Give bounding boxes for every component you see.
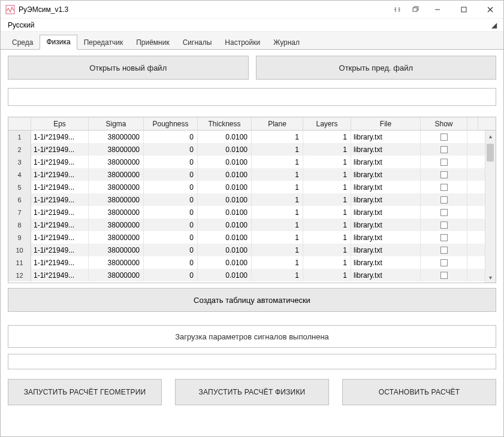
cell-eps[interactable]: 1-1i*21949...	[31, 156, 89, 168]
open-prev-file-button[interactable]: Открыть пред. файл	[256, 56, 497, 80]
run-geometry-button[interactable]: ЗАПУСТИТЬ РАСЧЁТ ГЕОМЕТРИИ	[8, 379, 162, 405]
tab-receiver[interactable]: Приёмник	[129, 35, 176, 50]
scroll-down-icon[interactable]: ▾	[485, 272, 496, 283]
cell-eps[interactable]: 1-1i*21949...	[31, 131, 89, 143]
cell-sigma[interactable]: 38000000	[89, 206, 144, 218]
cell-plane[interactable]: 1	[252, 168, 303, 181]
cell-thickness[interactable]: 0.0100	[198, 256, 252, 269]
minimize-button[interactable]	[424, 1, 451, 19]
cell-thickness[interactable]: 0.0100	[198, 131, 252, 143]
show-checkbox[interactable]	[440, 259, 448, 266]
cell-file[interactable]: library.txt	[351, 168, 421, 181]
cell-plane[interactable]: 1	[252, 256, 303, 269]
cell-show[interactable]	[421, 131, 467, 143]
cell-file[interactable]: library.txt	[351, 193, 421, 206]
cell-poughness[interactable]: 0	[144, 218, 198, 231]
th-thickness[interactable]: Thickness	[198, 117, 252, 130]
cell-thickness[interactable]: 0.0100	[198, 168, 252, 181]
dock-icon[interactable]	[388, 1, 406, 19]
run-physics-button[interactable]: ЗАПУСТИТЬ РАСЧЁТ ФИЗИКИ	[175, 379, 329, 405]
cell-poughness[interactable]: 0	[144, 269, 198, 281]
th-sigma[interactable]: Sigma	[89, 117, 144, 130]
cell-file[interactable]: library.txt	[351, 231, 421, 244]
show-checkbox[interactable]	[440, 272, 448, 279]
tab-transmitter[interactable]: Передатчик	[77, 35, 130, 50]
cell-file[interactable]: library.txt	[351, 218, 421, 231]
cell-poughness[interactable]: 0	[144, 131, 198, 143]
tab-settings[interactable]: Настройки	[218, 35, 267, 50]
cell-layers[interactable]: 1	[303, 244, 351, 256]
menu-language[interactable]: Русский	[4, 20, 38, 31]
cell-show[interactable]	[421, 231, 467, 244]
vertical-scrollbar[interactable]: ▴ ▾	[485, 131, 496, 283]
cell-poughness[interactable]: 0	[144, 244, 198, 256]
create-table-auto-button[interactable]: Создать таблицу автоматически	[8, 288, 496, 312]
cell-file[interactable]: library.txt	[351, 244, 421, 256]
cell-poughness[interactable]: 0	[144, 206, 198, 218]
cell-thickness[interactable]: 0.0100	[198, 181, 252, 193]
show-checkbox[interactable]	[440, 159, 448, 166]
cell-file[interactable]: library.txt	[351, 181, 421, 193]
cell-poughness[interactable]: 0	[144, 168, 198, 181]
th-eps[interactable]: Eps	[31, 117, 89, 130]
show-checkbox[interactable]	[440, 133, 448, 141]
th-layers[interactable]: Layers	[303, 117, 351, 130]
cell-eps[interactable]: 1-1i*21949...	[31, 168, 89, 181]
cell-show[interactable]	[421, 269, 467, 281]
cell-show[interactable]	[421, 143, 467, 156]
th-plane[interactable]: Plane	[252, 117, 303, 130]
cell-poughness[interactable]: 0	[144, 156, 198, 168]
scroll-thumb[interactable]	[487, 144, 494, 162]
th-show[interactable]: Show	[421, 117, 467, 130]
cell-plane[interactable]: 1	[252, 244, 303, 256]
tab-log[interactable]: Журнал	[267, 35, 306, 50]
cell-sigma[interactable]: 38000000	[89, 131, 144, 143]
tab-signals[interactable]: Сигналы	[176, 35, 219, 50]
cell-poughness[interactable]: 0	[144, 231, 198, 244]
cell-sigma[interactable]: 38000000	[89, 269, 144, 281]
table-row[interactable]: 121-1i*21949...3800000000.010011library.…	[8, 269, 496, 281]
cell-eps[interactable]: 1-1i*21949...	[31, 244, 89, 256]
cell-eps[interactable]: 1-1i*21949...	[31, 181, 89, 193]
cell-file[interactable]: library.txt	[351, 131, 421, 143]
cell-layers[interactable]: 1	[303, 156, 351, 168]
show-checkbox[interactable]	[440, 196, 448, 204]
cell-file[interactable]: library.txt	[351, 156, 421, 168]
file-path-input[interactable]	[8, 88, 496, 106]
cell-show[interactable]	[421, 181, 467, 193]
cell-thickness[interactable]: 0.0100	[198, 143, 252, 156]
cell-file[interactable]: library.txt	[351, 256, 421, 269]
cell-show[interactable]	[421, 256, 467, 269]
cell-sigma[interactable]: 38000000	[89, 156, 144, 168]
cell-show[interactable]	[421, 193, 467, 206]
cell-file[interactable]: library.txt	[351, 206, 421, 218]
restore-window-icon[interactable]	[406, 1, 424, 19]
cell-layers[interactable]: 1	[303, 206, 351, 218]
cell-layers[interactable]: 1	[303, 131, 351, 143]
cell-show[interactable]	[421, 168, 467, 181]
cell-file[interactable]: library.txt	[351, 143, 421, 156]
cell-sigma[interactable]: 38000000	[89, 244, 144, 256]
cell-plane[interactable]: 1	[252, 131, 303, 143]
cell-layers[interactable]: 1	[303, 168, 351, 181]
cell-layers[interactable]: 1	[303, 181, 351, 193]
table-row[interactable]: 111-1i*21949...3800000000.010011library.…	[8, 256, 496, 269]
show-checkbox[interactable]	[440, 171, 448, 178]
cell-poughness[interactable]: 0	[144, 193, 198, 206]
cell-layers[interactable]: 1	[303, 256, 351, 269]
table-row[interactable]: 81-1i*21949...3800000000.010011library.t…	[8, 218, 496, 231]
table-row[interactable]: 71-1i*21949...3800000000.010011library.t…	[8, 206, 496, 218]
cell-plane[interactable]: 1	[252, 206, 303, 218]
table-row[interactable]: 61-1i*21949...3800000000.010011library.t…	[8, 193, 496, 206]
maximize-button[interactable]	[451, 1, 477, 19]
cell-sigma[interactable]: 38000000	[89, 218, 144, 231]
cell-sigma[interactable]: 38000000	[89, 168, 144, 181]
cell-eps[interactable]: 1-1i*21949...	[31, 193, 89, 206]
table-row[interactable]: 31-1i*21949...3800000000.010011library.t…	[8, 156, 496, 168]
cell-poughness[interactable]: 0	[144, 143, 198, 156]
cell-layers[interactable]: 1	[303, 218, 351, 231]
table-row[interactable]: 21-1i*21949...3800000000.010011library.t…	[8, 143, 496, 156]
cell-plane[interactable]: 1	[252, 143, 303, 156]
cell-thickness[interactable]: 0.0100	[198, 244, 252, 256]
cell-thickness[interactable]: 0.0100	[198, 231, 252, 244]
